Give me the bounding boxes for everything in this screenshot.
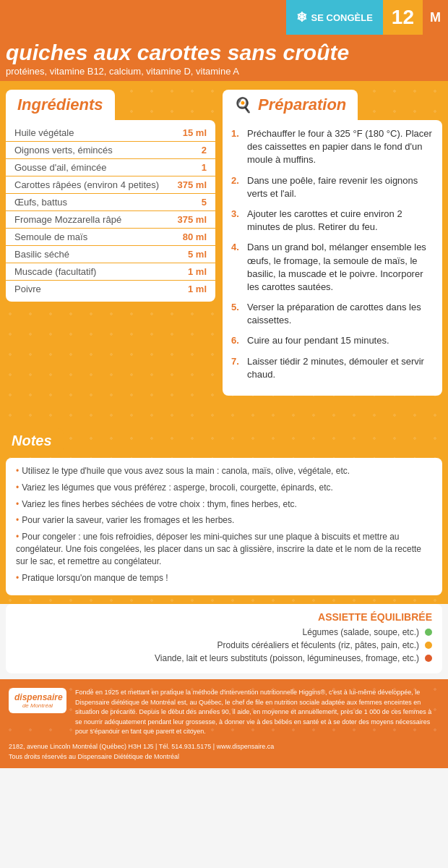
step-number: 2.	[231, 174, 243, 200]
note-item: •Pour congeler : une fois refroidies, dé…	[16, 531, 432, 567]
note-bullet: •	[16, 499, 19, 509]
freeze-label: SE CONGÈLE	[311, 12, 373, 23]
prep-step: 6.Cuire au four pendant 15 minutes.	[231, 334, 434, 347]
ingredient-name: Fromage Mozzarella râpé	[14, 214, 121, 225]
step-text: Dans une poêle, faire revenir les oignon…	[247, 174, 434, 200]
preparation-content: 1.Préchauffer le four à 325 °F (180 °C).…	[223, 120, 442, 396]
plate-dot	[425, 629, 432, 636]
recipe-title: quiches aux carottes sans croûte	[6, 41, 436, 64]
step-number: 1.	[231, 127, 243, 167]
chef-icon: 🍳	[234, 96, 252, 114]
step-text: Dans un grand bol, mélanger ensemble les…	[247, 241, 434, 294]
step-text: Cuire au four pendant 15 minutes.	[247, 334, 389, 347]
top-bar: ❄ SE CONGÈLE 12 M	[0, 0, 448, 35]
ingredient-name: Semoule de maïs	[14, 231, 87, 242]
ingredient-row: Fromage Mozzarella râpé375 ml	[6, 211, 215, 229]
plate-item-label: Légumes (salade, soupe, etc.)	[303, 627, 419, 637]
ingredient-name: Oignons verts, émincés	[14, 145, 113, 156]
snowflake-icon: ❄	[296, 9, 307, 25]
ingredient-name: Huile végétale	[14, 127, 74, 138]
prep-step: 7.Laisser tiédir 2 minutes, démouler et …	[231, 355, 434, 381]
ingredient-qty: 375 ml	[167, 214, 207, 225]
prep-step: 4.Dans un grand bol, mélanger ensemble l…	[231, 241, 434, 294]
prep-step: 1.Préchauffer le four à 325 °F (180 °C).…	[231, 127, 434, 167]
note-bullet: •	[16, 532, 19, 542]
ingredient-name: Carottes râpées (environ 4 petites)	[14, 179, 159, 190]
ingredient-qty: 1 ml	[167, 266, 207, 277]
footer-bottom: 2182, avenue Lincoln Montréal (Québec) H…	[0, 741, 448, 768]
note-bullet: •	[16, 515, 19, 525]
balanced-plate-section: ASSIETTE ÉQUILIBRÉE Légumes (salade, sou…	[6, 604, 442, 673]
footer-address: 2182, avenue Lincoln Montréal (Québec) H…	[9, 741, 439, 762]
ingredient-name: Basilic séché	[14, 249, 69, 260]
ingredients-table: Huile végétale15 mlOignons verts, émincé…	[6, 120, 215, 302]
plate-item: Produits céréaliers et féculents (riz, p…	[16, 640, 432, 650]
preparation-title: Préparation	[258, 95, 346, 114]
ingredient-qty: 5 ml	[167, 249, 207, 260]
ingredient-row: Huile végétale15 ml	[6, 124, 215, 142]
step-text: Verser la préparation de carottes dans l…	[247, 301, 434, 327]
recipe-subtitle: protéines, vitamine B12, calcium, vitami…	[6, 66, 436, 77]
step-text: Préchauffer le four à 325 °F (180 °C). P…	[247, 127, 434, 167]
plate-item: Viande, lait et leurs substituts (poisso…	[16, 653, 432, 663]
ingredient-qty: 80 ml	[167, 231, 207, 242]
ingredient-name: Gousse d'ail, émincée	[14, 162, 107, 173]
prep-step: 2.Dans une poêle, faire revenir les oign…	[231, 174, 434, 200]
footer-logo-sub: de Montréal	[14, 702, 61, 709]
notes-title: Notes	[12, 433, 52, 448]
ingredient-row: Poivre1 ml	[6, 281, 215, 297]
footer: dispensaire de Montréal Fondé en 1925 et…	[0, 679, 448, 741]
step-text: Laisser tiédir 2 minutes, démouler et se…	[247, 355, 434, 381]
ingredient-qty: 1	[167, 162, 207, 173]
ingredient-qty: 2	[167, 145, 207, 156]
ingredient-qty: 15 ml	[167, 127, 207, 138]
step-text: Ajouter les carottes et cuire environ 2 …	[247, 208, 434, 234]
ingredients-header: Ingrédients	[6, 90, 115, 120]
step-number: 6.	[231, 334, 243, 347]
number-badge: 12	[383, 0, 423, 35]
note-item: •Variez les fines herbes séchées de votr…	[16, 498, 432, 511]
note-item: •Utilisez le type d'huile que vous avez …	[16, 465, 432, 477]
notes-section: Notes •Utilisez le type d'huile que vous…	[0, 428, 448, 604]
footer-logo: dispensaire de Montréal	[9, 688, 66, 713]
step-number: 7.	[231, 355, 243, 381]
plate-dot	[425, 655, 432, 662]
ingredient-row: Basilic séché5 ml	[6, 246, 215, 263]
preparation-column: 🍳 Préparation 1.Préchauffer le four à 32…	[223, 90, 442, 420]
step-number: 4.	[231, 241, 243, 294]
plate-dot	[425, 642, 432, 649]
footer-body-text: Fondé en 1925 et mettant en pratique la …	[75, 688, 439, 737]
note-item: •Pour varier la saveur, varier les froma…	[16, 514, 432, 527]
step-number: 5.	[231, 301, 243, 327]
ingredient-qty: 5	[167, 197, 207, 208]
ingredient-row: Gousse d'ail, émincée1	[6, 159, 215, 176]
note-bullet: •	[16, 466, 19, 476]
ingredient-name: Muscade (facultatif)	[14, 266, 96, 277]
note-item: •Variez les légumes que vous préférez : …	[16, 482, 432, 494]
plate-item-label: Produits céréaliers et féculents (riz, p…	[217, 640, 419, 650]
m-label: M	[423, 0, 448, 35]
note-bullet: •	[16, 482, 19, 493]
balanced-title: ASSIETTE ÉQUILIBRÉE	[16, 611, 432, 623]
title-section: quiches aux carottes sans croûte protéin…	[0, 35, 448, 81]
plate-item-label: Viande, lait et leurs substituts (poisso…	[155, 653, 419, 663]
ingredient-qty: 375 ml	[167, 179, 207, 190]
plate-items: Légumes (salade, soupe, etc.)Produits cé…	[16, 627, 432, 663]
ingredients-column: Ingrédients Huile végétale15 mlOignons v…	[6, 90, 215, 420]
note-bullet: •	[16, 573, 19, 583]
ingredient-row: Semoule de maïs80 ml	[6, 229, 215, 246]
preparation-header: 🍳 Préparation	[223, 90, 358, 120]
prep-step: 3.Ajouter les carottes et cuire environ …	[231, 208, 434, 234]
footer-logo-text: dispensaire	[14, 692, 61, 702]
plate-item: Légumes (salade, soupe, etc.)	[16, 627, 432, 637]
note-item: •Pratique lorsqu'on manque de temps !	[16, 572, 432, 584]
main-content: Ingrédients Huile végétale15 mlOignons v…	[0, 81, 448, 428]
ingredient-name: Poivre	[14, 284, 41, 294]
ingredient-row: Œufs, battus5	[6, 194, 215, 211]
step-number: 3.	[231, 208, 243, 234]
ingredient-row: Muscade (facultatif)1 ml	[6, 263, 215, 281]
notes-content: •Utilisez le type d'huile que vous avez …	[6, 458, 442, 595]
prep-step: 5.Verser la préparation de carottes dans…	[231, 301, 434, 327]
ingredients-title: Ingrédients	[17, 95, 103, 114]
freeze-badge: ❄ SE CONGÈLE	[286, 0, 383, 35]
